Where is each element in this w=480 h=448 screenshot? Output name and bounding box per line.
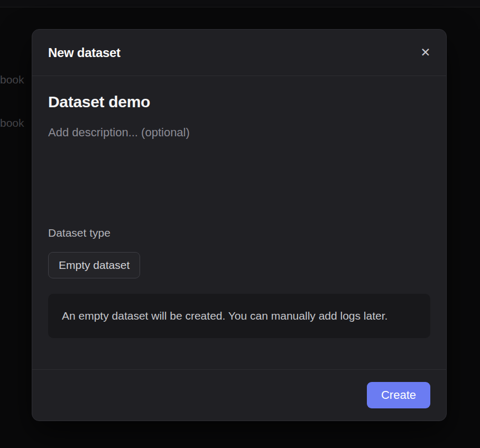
dimmed-topbar-divider (0, 0, 480, 7)
info-banner: An empty dataset will be created. You ca… (48, 294, 430, 338)
modal-footer: Create (32, 369, 446, 421)
modal-title: New dataset (48, 45, 121, 60)
dataset-description-input[interactable] (48, 126, 430, 204)
close-icon: ✕ (420, 46, 430, 59)
modal-body: Dataset type Empty dataset An empty data… (32, 76, 446, 369)
background-sidebar-item: book (0, 73, 24, 86)
create-button[interactable]: Create (367, 382, 430, 408)
background-sidebar-item: book (0, 117, 24, 129)
new-dataset-modal: New dataset ✕ Dataset type Empty dataset… (32, 29, 447, 421)
modal-header: New dataset ✕ (32, 30, 446, 76)
info-text: An empty dataset will be created. You ca… (62, 310, 387, 322)
dataset-type-label: Dataset type (48, 226, 430, 240)
close-button[interactable]: ✕ (417, 44, 435, 62)
dataset-name-input[interactable] (48, 93, 430, 111)
page-background: book book New dataset ✕ Dataset type Emp… (0, 0, 480, 448)
dataset-type-option-empty[interactable]: Empty dataset (48, 252, 140, 278)
